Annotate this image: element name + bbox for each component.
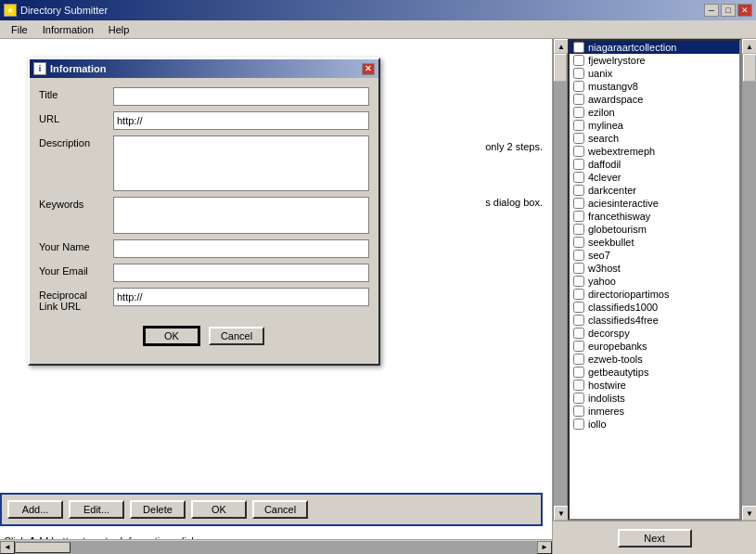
url-input[interactable]: [113, 111, 369, 130]
scroll-down-btn[interactable]: ▼: [554, 506, 569, 521]
list-item[interactable]: aciesinteractive: [570, 197, 739, 210]
list-item[interactable]: 4clever: [570, 171, 739, 184]
list-item[interactable]: europebanks: [570, 340, 739, 353]
dialog-title-text: Information: [50, 63, 107, 74]
list-item-label: darkcenter: [588, 185, 636, 196]
list-item[interactable]: awardspace: [570, 93, 739, 106]
right-vscrollbar[interactable]: ▲ ▼: [741, 39, 756, 521]
youremail-input[interactable]: [113, 264, 369, 282]
list-item-checkbox[interactable]: [573, 133, 584, 144]
list-item-checkbox[interactable]: [573, 81, 584, 92]
ok-button[interactable]: OK: [191, 500, 247, 519]
list-item[interactable]: uanix: [570, 67, 739, 80]
rscroll-up-btn[interactable]: ▲: [742, 39, 756, 54]
list-item[interactable]: fjewelrystore: [570, 54, 739, 67]
list-item[interactable]: directoriopartimos: [570, 288, 739, 301]
list-item[interactable]: w3host: [570, 262, 739, 275]
close-button[interactable]: ✕: [737, 4, 752, 17]
rscroll-down-btn[interactable]: ▼: [742, 506, 756, 521]
list-item-checkbox[interactable]: [573, 289, 584, 300]
list-item-checkbox[interactable]: [573, 68, 584, 79]
reciprocal-input[interactable]: [113, 288, 369, 306]
list-item[interactable]: ezilon: [570, 106, 739, 119]
list-item[interactable]: darkcenter: [570, 184, 739, 197]
next-button[interactable]: Next: [618, 529, 692, 548]
yourname-input[interactable]: [113, 239, 369, 258]
scroll-track-h: [15, 541, 537, 554]
dialog-close-button[interactable]: ✕: [362, 63, 375, 75]
list-item-checkbox[interactable]: [573, 419, 584, 430]
rscroll-thumb[interactable]: [743, 54, 756, 82]
cancel-button[interactable]: Cancel: [252, 500, 308, 519]
list-item[interactable]: iollo: [570, 418, 739, 431]
list-item-checkbox[interactable]: [573, 159, 584, 170]
list-item-checkbox[interactable]: [573, 354, 584, 365]
list-item-checkbox[interactable]: [573, 380, 584, 391]
list-item[interactable]: indolists: [570, 392, 739, 405]
list-item-checkbox[interactable]: [573, 211, 584, 222]
add-button[interactable]: Add...: [7, 500, 63, 519]
list-item-checkbox[interactable]: [573, 315, 584, 326]
list-item-checkbox[interactable]: [573, 42, 584, 53]
list-item-checkbox[interactable]: [573, 55, 584, 66]
scroll-thumb-v[interactable]: [554, 54, 567, 82]
list-item-checkbox[interactable]: [573, 406, 584, 417]
list-item-label: daffodil: [588, 159, 621, 170]
list-item-checkbox[interactable]: [573, 120, 584, 131]
title-input[interactable]: [113, 87, 369, 106]
scroll-left-btn[interactable]: ◄: [0, 541, 15, 554]
list-item-checkbox[interactable]: [573, 328, 584, 339]
list-item[interactable]: francethisway: [570, 210, 739, 223]
list-item-checkbox[interactable]: [573, 146, 584, 157]
list-item-label: niagaraartcollection: [588, 42, 676, 53]
dialog-ok-button[interactable]: OK: [144, 327, 199, 345]
list-item-checkbox[interactable]: [573, 198, 584, 209]
maximize-button[interactable]: □: [721, 4, 736, 17]
left-vscrollbar[interactable]: ▲ ▼: [553, 39, 568, 521]
list-item[interactable]: getbeautytips: [570, 366, 739, 379]
list-item[interactable]: search: [570, 132, 739, 145]
list-item[interactable]: seekbullet: [570, 236, 739, 249]
list-item-checkbox[interactable]: [573, 107, 584, 118]
minimize-button[interactable]: ─: [704, 4, 719, 17]
list-item[interactable]: classifieds4free: [570, 314, 739, 327]
list-item-checkbox[interactable]: [573, 302, 584, 313]
list-item-checkbox[interactable]: [573, 393, 584, 404]
list-item-checkbox[interactable]: [573, 237, 584, 248]
list-item[interactable]: inmeres: [570, 405, 739, 418]
menu-information[interactable]: Information: [35, 22, 101, 37]
delete-button[interactable]: Delete: [130, 500, 186, 519]
list-item[interactable]: globetourism: [570, 223, 739, 236]
list-item-checkbox[interactable]: [573, 94, 584, 105]
h-scrollbar[interactable]: ◄ ►: [0, 539, 552, 554]
menu-help[interactable]: Help: [101, 22, 137, 37]
list-item[interactable]: decorspy: [570, 327, 739, 340]
list-item-checkbox[interactable]: [573, 250, 584, 261]
list-item[interactable]: classifieds1000: [570, 301, 739, 314]
list-item-checkbox[interactable]: [573, 276, 584, 287]
list-item-checkbox[interactable]: [573, 341, 584, 352]
scroll-up-btn[interactable]: ▲: [554, 39, 569, 54]
list-item-checkbox[interactable]: [573, 172, 584, 183]
list-item[interactable]: niagaraartcollection: [570, 41, 739, 54]
list-item-checkbox[interactable]: [573, 263, 584, 274]
list-item[interactable]: daffodil: [570, 158, 739, 171]
list-item[interactable]: mustangv8: [570, 80, 739, 93]
scroll-thumb-h[interactable]: [15, 542, 70, 553]
scroll-right-btn[interactable]: ►: [537, 541, 552, 554]
list-item[interactable]: yahoo: [570, 275, 739, 288]
menu-file[interactable]: File: [4, 22, 35, 37]
edit-button[interactable]: Edit...: [69, 500, 124, 519]
description-input[interactable]: [113, 135, 369, 191]
list-item[interactable]: mylinea: [570, 119, 739, 132]
list-item-checkbox[interactable]: [573, 185, 584, 196]
list-item-checkbox[interactable]: [573, 367, 584, 378]
list-item[interactable]: seo7: [570, 249, 739, 262]
list-item-checkbox[interactable]: [573, 224, 584, 235]
directory-list: niagaraartcollectionfjewelrystoreuanixmu…: [568, 39, 741, 521]
dialog-cancel-button[interactable]: Cancel: [209, 327, 264, 345]
list-item[interactable]: webextremeph: [570, 145, 739, 158]
list-item[interactable]: hostwire: [570, 379, 739, 392]
list-item[interactable]: ezweb-tools: [570, 353, 739, 366]
keywords-input[interactable]: [113, 197, 369, 234]
